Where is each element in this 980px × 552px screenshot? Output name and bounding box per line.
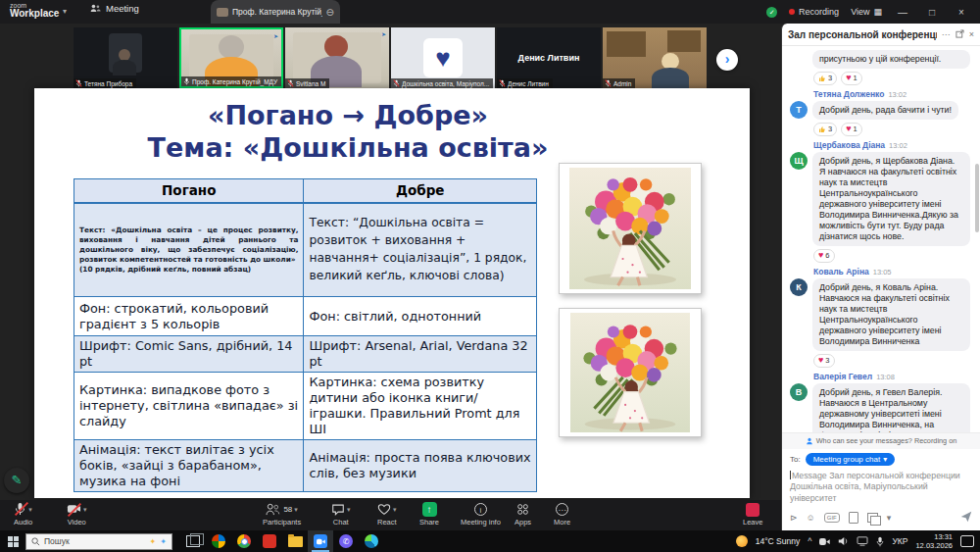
mic-icon: [183, 77, 190, 85]
weather-sun-icon[interactable]: [736, 535, 748, 547]
widgets-app-button[interactable]: [206, 530, 231, 552]
tab-shared-doc[interactable]: Проф. Катерина Крутій_МДУ's s ⊖: [211, 0, 340, 24]
zoom-app-button[interactable]: [308, 530, 333, 552]
chevron-up-icon[interactable]: ▾: [393, 506, 397, 514]
display-cast-icon[interactable]: [857, 536, 868, 546]
reaction-chip[interactable]: ♥3: [813, 354, 835, 368]
chat-more-icon[interactable]: ···: [942, 29, 951, 39]
zoom-workplace-logo[interactable]: zoom Workplace: [10, 2, 59, 19]
hidden-icons-chevron[interactable]: ^: [808, 536, 811, 546]
start-button[interactable]: [0, 530, 25, 552]
reaction-chip[interactable]: 3: [813, 123, 837, 136]
video-tile[interactable]: ➤ Svitlana M: [285, 27, 389, 88]
speaker-icon[interactable]: [838, 536, 849, 546]
screenshot-icon[interactable]: [867, 513, 878, 523]
date: 12.03.2026: [915, 541, 953, 550]
language-indicator[interactable]: УКР: [892, 536, 907, 546]
more-button[interactable]: ⋯ More: [554, 502, 570, 527]
task-view-icon: [186, 535, 200, 547]
meeting-info-button[interactable]: i Meeting info: [461, 502, 501, 527]
taskbar-search-input[interactable]: Пошук ✦ ✦: [25, 533, 172, 550]
chrome-app-button[interactable]: [231, 530, 257, 552]
video-tile[interactable]: Admin: [603, 27, 707, 88]
viber-app-button[interactable]: ✆: [333, 530, 359, 552]
chevron-up-icon[interactable]: ▾: [347, 506, 351, 514]
send-button[interactable]: [960, 511, 972, 525]
apps-button[interactable]: Apps: [514, 502, 531, 527]
format-icon[interactable]: ⊳: [790, 513, 798, 523]
heart-icon: ♥: [846, 125, 851, 133]
task-view-button[interactable]: [180, 530, 206, 552]
gif-icon[interactable]: GIF: [824, 513, 840, 523]
video-tile[interactable]: ♥ Дошкільна освіта, Маріупол...: [391, 27, 495, 88]
security-shield-icon[interactable]: ✓: [766, 7, 777, 18]
chat-close-icon[interactable]: ×: [969, 29, 974, 39]
mic-muted-icon: [393, 79, 400, 87]
avatar: Т: [790, 101, 808, 119]
tab-remove-icon[interactable]: ⊖: [326, 7, 334, 18]
chevron-down-icon[interactable]: ▾: [63, 7, 67, 16]
maximize-button[interactable]: □: [923, 7, 941, 18]
view-button[interactable]: View ▦: [851, 7, 882, 17]
video-tile[interactable]: Тетяна Прибора: [74, 27, 177, 88]
react-button[interactable]: ▾ React: [377, 502, 397, 527]
chat-message: Коваль Аріна13:05 К Добрий день, я Ковал…: [790, 267, 970, 368]
table-row: Шрифт: Comic Sans, дрібний, 14 pt Шрифт:…: [74, 336, 537, 373]
chat-panel: Зал персональной конференции Дошкільн...…: [781, 24, 980, 530]
red-app-button[interactable]: [257, 530, 282, 552]
microphone-icon[interactable]: [876, 536, 884, 547]
participants-button[interactable]: 58▾ Participants: [263, 502, 301, 527]
share-button[interactable]: ↑ Share: [419, 502, 439, 527]
avatar: Щ: [790, 152, 808, 170]
time: 13:31: [915, 532, 953, 541]
zoom-tray-icon[interactable]: [819, 537, 830, 546]
reaction-chip[interactable]: ♥1: [841, 72, 862, 85]
chat-message: Щербакова Діана13:02 Щ Добрий день, я Ще…: [790, 140, 970, 263]
chevron-up-icon[interactable]: ▾: [294, 506, 298, 514]
chevron-down-icon: ▾: [883, 455, 887, 464]
chat-message-input[interactable]: Message Зал персональной конференции Дош…: [782, 468, 980, 507]
reaction-chip[interactable]: 3: [813, 72, 837, 85]
chevron-up-icon[interactable]: ▾: [28, 506, 32, 514]
file-attach-icon[interactable]: [849, 512, 858, 524]
reaction-chip[interactable]: ♥1: [841, 123, 862, 136]
leave-button[interactable]: Leave: [743, 502, 762, 527]
minimize-button[interactable]: —: [894, 7, 911, 18]
notification-center-icon[interactable]: [960, 535, 974, 547]
chat-button[interactable]: ▾ Chat: [331, 502, 351, 527]
annotate-pencil-button[interactable]: ✎: [4, 468, 29, 493]
video-tile-active-speaker[interactable]: ➤ Проф. Катерина Крутій_МДУ: [179, 27, 283, 88]
heart-icon: ♥: [818, 356, 823, 365]
cell-good-text: Шрифт: Arsenal, Arial, Verdana 32 pt: [304, 336, 537, 373]
edge-app-button[interactable]: [359, 530, 384, 552]
file-explorer-button[interactable]: [282, 530, 308, 552]
table-header-good: Добре: [304, 179, 537, 203]
clock[interactable]: 13:31 12.03.2026: [915, 532, 953, 551]
message-time: 13:05: [873, 268, 892, 276]
pop-out-icon[interactable]: [956, 29, 964, 40]
video-tile[interactable]: Денис Литвин Денис Литвин: [497, 27, 601, 88]
cell-bad-text: Шрифт: Comic Sans, дрібний, 14 pt: [74, 336, 304, 373]
thumbs-up-icon: [818, 125, 826, 133]
recording-indicator[interactable]: Recording: [789, 7, 839, 17]
more-format-chevron-icon[interactable]: ▾: [887, 513, 892, 523]
reaction-chip[interactable]: ♥6: [813, 249, 835, 263]
chevron-up-icon[interactable]: ▾: [83, 506, 87, 514]
chat-header: Зал персональной конференции Дошкільн...…: [782, 24, 980, 46]
message-bubble: Добрий день, я Коваль Аріна. Навчаюся на…: [812, 278, 970, 351]
chat-scrollbar[interactable]: [975, 164, 979, 232]
video-button[interactable]: ▾ Video: [67, 502, 87, 527]
recipient-selector[interactable]: Meeting group chat▾: [806, 453, 896, 466]
cell-good-text: Текст: “Дошкільна освіта = розвиток + ви…: [304, 203, 537, 297]
copilot-spark-icon: ✦: [160, 537, 167, 546]
audio-button[interactable]: ▾ Audio: [14, 502, 32, 527]
next-participants-button[interactable]: ›: [716, 49, 738, 71]
chrome-icon: [237, 534, 251, 548]
emoji-icon[interactable]: ☺: [807, 513, 815, 523]
close-button[interactable]: ×: [953, 7, 970, 18]
tab-meeting[interactable]: Meeting: [90, 3, 139, 14]
sender-name: Щербакова Діана: [813, 140, 885, 150]
weather-text[interactable]: 14°C Sunny: [756, 536, 800, 546]
chat-to-row: To: Meeting group chat▾: [782, 449, 980, 468]
preschool-education-logo: ♥: [423, 38, 463, 77]
